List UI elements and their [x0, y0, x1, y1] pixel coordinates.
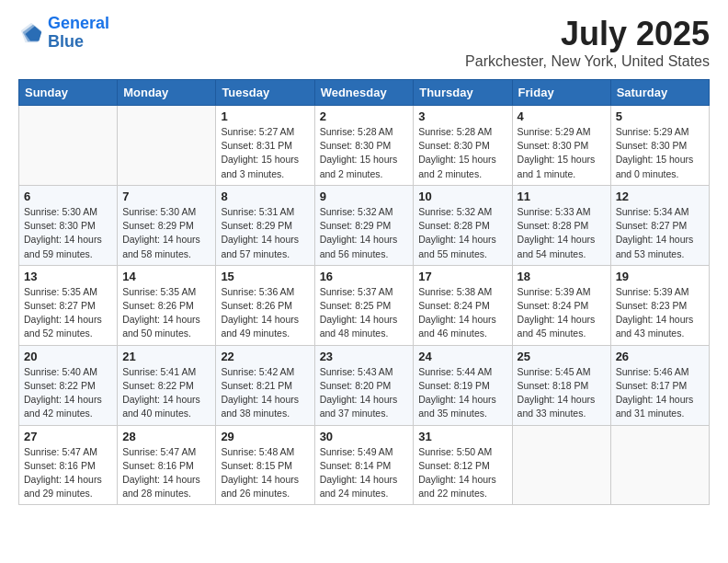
calendar-cell: 1Sunrise: 5:27 AM Sunset: 8:31 PM Daylig…: [216, 106, 314, 186]
calendar-cell: 31Sunrise: 5:50 AM Sunset: 8:12 PM Dayli…: [414, 425, 512, 505]
calendar-cell: 28Sunrise: 5:47 AM Sunset: 8:16 PM Dayli…: [118, 425, 216, 505]
day-number: 25: [518, 350, 606, 363]
day-detail: Sunrise: 5:47 AM Sunset: 8:16 PM Dayligh…: [122, 445, 210, 501]
col-header-sunday: Sunday: [19, 80, 118, 106]
day-number: 1: [221, 109, 309, 123]
calendar-table: SundayMondayTuesdayWednesdayThursdayFrid…: [18, 79, 710, 505]
day-number: 4: [518, 109, 606, 123]
calendar-cell: 7Sunrise: 5:30 AM Sunset: 8:29 PM Daylig…: [118, 185, 216, 265]
calendar-cell: 23Sunrise: 5:43 AM Sunset: 8:20 PM Dayli…: [314, 345, 414, 425]
day-detail: Sunrise: 5:31 AM Sunset: 8:29 PM Dayligh…: [221, 205, 309, 261]
day-number: 12: [616, 190, 704, 203]
calendar-cell: 27Sunrise: 5:47 AM Sunset: 8:16 PM Dayli…: [19, 425, 118, 505]
day-detail: Sunrise: 5:45 AM Sunset: 8:18 PM Dayligh…: [518, 365, 606, 421]
day-number: 13: [24, 270, 112, 283]
calendar-cell: [512, 425, 610, 505]
day-detail: Sunrise: 5:39 AM Sunset: 8:24 PM Dayligh…: [518, 285, 606, 341]
day-detail: Sunrise: 5:39 AM Sunset: 8:23 PM Dayligh…: [616, 285, 704, 341]
calendar-cell: 3Sunrise: 5:28 AM Sunset: 8:30 PM Daylig…: [414, 106, 512, 186]
col-header-saturday: Saturday: [610, 80, 709, 106]
day-detail: Sunrise: 5:42 AM Sunset: 8:21 PM Dayligh…: [221, 365, 309, 421]
col-header-friday: Friday: [512, 80, 610, 106]
day-detail: Sunrise: 5:36 AM Sunset: 8:26 PM Dayligh…: [221, 285, 309, 341]
calendar-week-row: 6Sunrise: 5:30 AM Sunset: 8:30 PM Daylig…: [19, 185, 710, 265]
calendar-cell: 21Sunrise: 5:41 AM Sunset: 8:22 PM Dayli…: [118, 345, 216, 425]
day-number: 18: [518, 270, 606, 283]
calendar-week-row: 13Sunrise: 5:35 AM Sunset: 8:27 PM Dayli…: [19, 265, 710, 345]
day-detail: Sunrise: 5:34 AM Sunset: 8:27 PM Dayligh…: [616, 205, 704, 261]
day-number: 6: [24, 190, 112, 203]
col-header-thursday: Thursday: [414, 80, 512, 106]
calendar-header-row: SundayMondayTuesdayWednesdayThursdayFrid…: [19, 80, 710, 106]
day-number: 27: [24, 430, 112, 443]
day-detail: Sunrise: 5:27 AM Sunset: 8:31 PM Dayligh…: [221, 125, 309, 181]
day-detail: Sunrise: 5:29 AM Sunset: 8:30 PM Dayligh…: [616, 125, 704, 181]
day-detail: Sunrise: 5:46 AM Sunset: 8:17 PM Dayligh…: [616, 365, 704, 421]
day-detail: Sunrise: 5:28 AM Sunset: 8:30 PM Dayligh…: [418, 125, 506, 181]
day-number: 16: [320, 270, 409, 283]
day-number: 30: [320, 430, 409, 443]
day-number: 9: [320, 190, 409, 203]
calendar-cell: 17Sunrise: 5:38 AM Sunset: 8:24 PM Dayli…: [414, 265, 512, 345]
day-number: 15: [221, 270, 309, 283]
calendar-cell: 11Sunrise: 5:33 AM Sunset: 8:28 PM Dayli…: [512, 185, 610, 265]
day-number: 11: [518, 190, 606, 203]
main-title: July 2025: [465, 15, 710, 53]
calendar-cell: [610, 425, 709, 505]
day-number: 24: [418, 350, 506, 363]
calendar-cell: 10Sunrise: 5:32 AM Sunset: 8:28 PM Dayli…: [414, 185, 512, 265]
day-number: 14: [122, 270, 210, 283]
day-detail: Sunrise: 5:35 AM Sunset: 8:27 PM Dayligh…: [24, 285, 112, 341]
day-detail: Sunrise: 5:47 AM Sunset: 8:16 PM Dayligh…: [24, 445, 112, 501]
subtitle: Parkchester, New York, United States: [465, 53, 710, 70]
day-detail: Sunrise: 5:41 AM Sunset: 8:22 PM Dayligh…: [122, 365, 210, 421]
title-block: July 2025 Parkchester, New York, United …: [465, 15, 710, 70]
day-detail: Sunrise: 5:49 AM Sunset: 8:14 PM Dayligh…: [320, 445, 409, 501]
day-detail: Sunrise: 5:30 AM Sunset: 8:30 PM Dayligh…: [24, 205, 112, 261]
day-detail: Sunrise: 5:35 AM Sunset: 8:26 PM Dayligh…: [122, 285, 210, 341]
calendar-cell: 2Sunrise: 5:28 AM Sunset: 8:30 PM Daylig…: [314, 106, 414, 186]
day-number: 5: [616, 109, 704, 123]
col-header-wednesday: Wednesday: [314, 80, 414, 106]
calendar-cell: 5Sunrise: 5:29 AM Sunset: 8:30 PM Daylig…: [610, 106, 709, 186]
day-number: 29: [221, 430, 309, 443]
day-number: 28: [122, 430, 210, 443]
col-header-tuesday: Tuesday: [216, 80, 314, 106]
calendar-cell: 9Sunrise: 5:32 AM Sunset: 8:29 PM Daylig…: [314, 185, 414, 265]
day-detail: Sunrise: 5:38 AM Sunset: 8:24 PM Dayligh…: [418, 285, 506, 341]
day-detail: Sunrise: 5:37 AM Sunset: 8:25 PM Dayligh…: [320, 285, 409, 341]
day-number: 21: [122, 350, 210, 363]
calendar-cell: 13Sunrise: 5:35 AM Sunset: 8:27 PM Dayli…: [19, 265, 118, 345]
day-detail: Sunrise: 5:28 AM Sunset: 8:30 PM Dayligh…: [320, 125, 409, 181]
logo: General Blue: [18, 15, 109, 52]
calendar-cell: 6Sunrise: 5:30 AM Sunset: 8:30 PM Daylig…: [19, 185, 118, 265]
calendar-week-row: 1Sunrise: 5:27 AM Sunset: 8:31 PM Daylig…: [19, 106, 710, 186]
calendar-cell: 30Sunrise: 5:49 AM Sunset: 8:14 PM Dayli…: [314, 425, 414, 505]
calendar-cell: 4Sunrise: 5:29 AM Sunset: 8:30 PM Daylig…: [512, 106, 610, 186]
calendar-week-row: 20Sunrise: 5:40 AM Sunset: 8:22 PM Dayli…: [19, 345, 710, 425]
calendar-cell: 29Sunrise: 5:48 AM Sunset: 8:15 PM Dayli…: [216, 425, 314, 505]
calendar-week-row: 27Sunrise: 5:47 AM Sunset: 8:16 PM Dayli…: [19, 425, 710, 505]
calendar-cell: [19, 106, 118, 186]
day-detail: Sunrise: 5:50 AM Sunset: 8:12 PM Dayligh…: [418, 445, 506, 501]
day-number: 20: [24, 350, 112, 363]
day-number: 10: [418, 190, 506, 203]
day-number: 31: [418, 430, 506, 443]
day-number: 19: [616, 270, 704, 283]
calendar-cell: 8Sunrise: 5:31 AM Sunset: 8:29 PM Daylig…: [216, 185, 314, 265]
calendar-cell: 24Sunrise: 5:44 AM Sunset: 8:19 PM Dayli…: [414, 345, 512, 425]
day-number: 26: [616, 350, 704, 363]
calendar-cell: 12Sunrise: 5:34 AM Sunset: 8:27 PM Dayli…: [610, 185, 709, 265]
page-header: General Blue July 2025 Parkchester, New …: [18, 15, 710, 70]
day-number: 23: [320, 350, 409, 363]
day-detail: Sunrise: 5:40 AM Sunset: 8:22 PM Dayligh…: [24, 365, 112, 421]
calendar-cell: 18Sunrise: 5:39 AM Sunset: 8:24 PM Dayli…: [512, 265, 610, 345]
logo-text: General Blue: [48, 15, 109, 52]
calendar-cell: 16Sunrise: 5:37 AM Sunset: 8:25 PM Dayli…: [314, 265, 414, 345]
calendar-cell: 19Sunrise: 5:39 AM Sunset: 8:23 PM Dayli…: [610, 265, 709, 345]
day-number: 7: [122, 190, 210, 203]
day-detail: Sunrise: 5:44 AM Sunset: 8:19 PM Dayligh…: [418, 365, 506, 421]
calendar-cell: 14Sunrise: 5:35 AM Sunset: 8:26 PM Dayli…: [118, 265, 216, 345]
calendar-cell: 25Sunrise: 5:45 AM Sunset: 8:18 PM Dayli…: [512, 345, 610, 425]
day-detail: Sunrise: 5:33 AM Sunset: 8:28 PM Dayligh…: [518, 205, 606, 261]
